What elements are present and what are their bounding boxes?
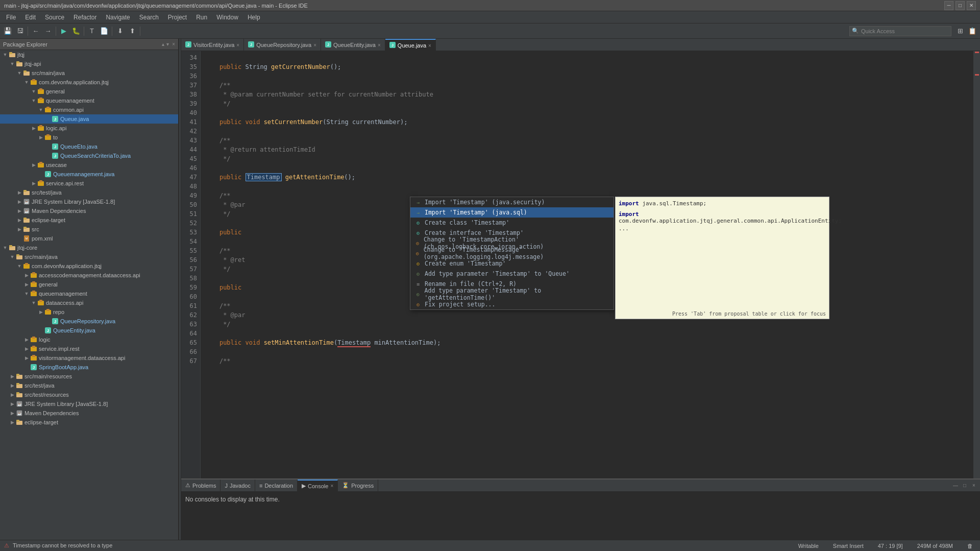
status-smart-insert[interactable]: Smart Insert [830, 543, 867, 549]
tree-item-6[interactable]: ▼common.api [0, 105, 178, 114]
tree-item-15[interactable]: ▶src/test/java [0, 188, 178, 197]
tree-item-24[interactable]: ▶accesscodemanagement.dataaccess.api [0, 271, 178, 280]
tree-item-29[interactable]: JQueueRepository.java [0, 317, 178, 326]
tree-item-19[interactable]: ▶src [0, 225, 178, 234]
tree-item-2[interactable]: ▼src/main/java [0, 68, 178, 78]
maximize-button[interactable]: □ [955, 1, 965, 10]
bottom-tab-3[interactable]: ▶ Console × [298, 480, 338, 492]
toolbar-debug[interactable]: 🐛 [70, 26, 82, 37]
toolbar-open-type[interactable]: T [86, 26, 97, 37]
tree-item-37[interactable]: ▶src/test/resources [0, 390, 178, 399]
editor-tab-0[interactable]: JVisitorEntity.java× [181, 39, 244, 51]
code-line-42 [205, 127, 969, 136]
toolbar-run[interactable]: ▶ [58, 26, 69, 37]
tree-item-22[interactable]: ▼src/main/java [0, 252, 178, 261]
tree-item-28[interactable]: ▶repo [0, 307, 178, 317]
editor-tab-2[interactable]: JQueueEntity.java× [321, 39, 385, 51]
tree-item-12[interactable]: ▶usecase [0, 160, 178, 170]
toolbar-save[interactable]: 💾 [2, 26, 13, 37]
tab-close-1[interactable]: × [313, 42, 316, 48]
tree-item-31[interactable]: ▶logic [0, 335, 178, 344]
tab-close-0[interactable]: × [236, 42, 239, 48]
menu-run[interactable]: Run [192, 13, 211, 22]
tree-item-33[interactable]: ▶visitormanagement.dataaccess.api [0, 353, 178, 363]
autocomplete-item-5[interactable]: ⊙Change to 'TimestampMessage' (org.apach… [410, 248, 614, 258]
menu-search[interactable]: Search [135, 13, 163, 22]
tree-item-0[interactable]: ▼jtqj [0, 50, 178, 59]
line-number-58: 58 [181, 274, 197, 283]
menu-help[interactable]: Help [243, 13, 264, 22]
sidebar-collapse-btn[interactable]: ▴ [162, 41, 164, 47]
editor-tab-1[interactable]: JQueueRepository.java× [244, 39, 321, 51]
tree-item-38[interactable]: ▶☕JRE System Library [JavaSE-1.8] [0, 399, 178, 409]
tree-item-32[interactable]: ▶service.impl.rest [0, 344, 178, 353]
autocomplete-item-7[interactable]: ⊙Add type parameter 'Timestamp' to 'Queu… [410, 269, 614, 279]
tree-item-26[interactable]: ▼queuemanagement [0, 289, 178, 298]
close-button[interactable]: ✕ [967, 1, 976, 10]
tree-item-8[interactable]: ▶logic.api [0, 124, 178, 133]
menu-file[interactable]: File [2, 13, 20, 22]
toolbar-next-annotation[interactable]: ⬇ [114, 26, 126, 37]
bottom-tab-2[interactable]: ≡ Declaration [255, 480, 298, 492]
status-writable[interactable]: Writable [795, 543, 822, 549]
tree-item-25[interactable]: ▶general [0, 280, 178, 289]
toolbar-save-all[interactable]: 🖫 [14, 26, 26, 37]
bottom-tab-0[interactable]: ⚠ Problems [181, 480, 220, 492]
bottom-maximize-btn[interactable]: □ [961, 482, 969, 490]
editor-tab-3[interactable]: JQueue.java× [385, 39, 436, 51]
menu-navigate[interactable]: Navigate [102, 13, 134, 22]
bottom-minimize-btn[interactable]: — [951, 482, 960, 490]
tree-item-16[interactable]: ▶☕JRE System Library [JavaSE-1.8] [0, 197, 178, 206]
toolbar-back[interactable]: ← [30, 26, 41, 37]
bottom-close-btn[interactable]: × [970, 482, 978, 490]
tree-item-9[interactable]: ▶to [0, 133, 178, 142]
tree-item-17[interactable]: ▶☕Maven Dependencies [0, 206, 178, 215]
sidebar-close-btn[interactable]: × [172, 41, 175, 47]
tree-item-23[interactable]: ▼com.devonfw.application.jtqj [0, 261, 178, 271]
tree-item-21[interactable]: ▼jtqj-core [0, 243, 178, 252]
tree-item-20[interactable]: Mpom.xml [0, 234, 178, 243]
tree-item-39[interactable]: ▶☕Maven Dependencies [0, 409, 178, 418]
tab-close-2[interactable]: × [378, 42, 381, 48]
tab-close-3[interactable]: × [428, 43, 431, 49]
tree-arrow-28: ▶ [38, 309, 44, 315]
menu-source[interactable]: Source [41, 13, 68, 22]
menu-project[interactable]: Project [164, 13, 191, 22]
bottom-tab-1[interactable]: J Javadoc [220, 480, 255, 492]
autocomplete-item-0[interactable]: →Import 'Timestamp' (java.security) [410, 197, 614, 207]
sidebar-menu-btn[interactable]: ▾ [166, 41, 169, 47]
autocomplete-dropdown[interactable]: →Import 'Timestamp' (java.security)→Impo… [410, 197, 614, 310]
minimize-button[interactable]: ─ [944, 1, 953, 10]
bottom-tab-4[interactable]: ⏳ Progress [338, 480, 378, 492]
tree-item-10[interactable]: JQueueEto.java [0, 142, 178, 151]
autocomplete-item-2[interactable]: ⊙Create class 'Timestamp' [410, 218, 614, 228]
quick-access[interactable]: 🔍 Quick Access [849, 26, 951, 36]
tree-item-30[interactable]: JQueueEntity.java [0, 326, 178, 335]
tree-item-34[interactable]: JSpringBootApp.java [0, 363, 178, 372]
tree-item-3[interactable]: ▼com.devonfw.application.jtqj [0, 78, 178, 87]
tree-item-5[interactable]: ▼queuemanagement [0, 96, 178, 105]
toolbar-view[interactable]: 📋 [967, 26, 978, 37]
autocomplete-item-1[interactable]: →Import 'Timestamp' (java.sql) [410, 207, 614, 218]
tree-item-36[interactable]: ▶src/test/java [0, 381, 178, 390]
toolbar-forward[interactable]: → [42, 26, 54, 37]
toolbar-prev-annotation[interactable]: ⬆ [127, 26, 138, 37]
toolbar-open-resource[interactable]: 📄 [99, 26, 110, 37]
menu-window[interactable]: Window [212, 13, 242, 22]
menu-edit[interactable]: Edit [21, 13, 40, 22]
tree-item-1[interactable]: ▼jtqj-api [0, 59, 178, 68]
tree-item-40[interactable]: ▶eclipse-target [0, 418, 178, 427]
menu-refactor[interactable]: Refactor [69, 13, 101, 22]
tree-item-27[interactable]: ▼dataaccess.api [0, 298, 178, 307]
bottom-tab-close-3[interactable]: × [330, 483, 333, 489]
tree-item-4[interactable]: ▼general [0, 87, 178, 96]
tree-item-18[interactable]: ▶eclipse-target [0, 215, 178, 225]
toolbar-perspectives[interactable]: ⊞ [954, 26, 966, 37]
tree-item-35[interactable]: ▶src/main/resources [0, 372, 178, 381]
tree-item-11[interactable]: JQueueSearchCriteriaTo.java [0, 151, 178, 160]
tree-item-14[interactable]: ▶service.api.rest [0, 179, 178, 188]
tree-item-13[interactable]: JQueuemanagement.java [0, 170, 178, 179]
status-memory[interactable]: 249M of 498M [914, 543, 956, 549]
autocomplete-item-9[interactable]: ⊙Add type parameter 'Timestamp' to 'getA… [410, 289, 614, 299]
tree-item-7[interactable]: JQueue.java [0, 114, 178, 124]
